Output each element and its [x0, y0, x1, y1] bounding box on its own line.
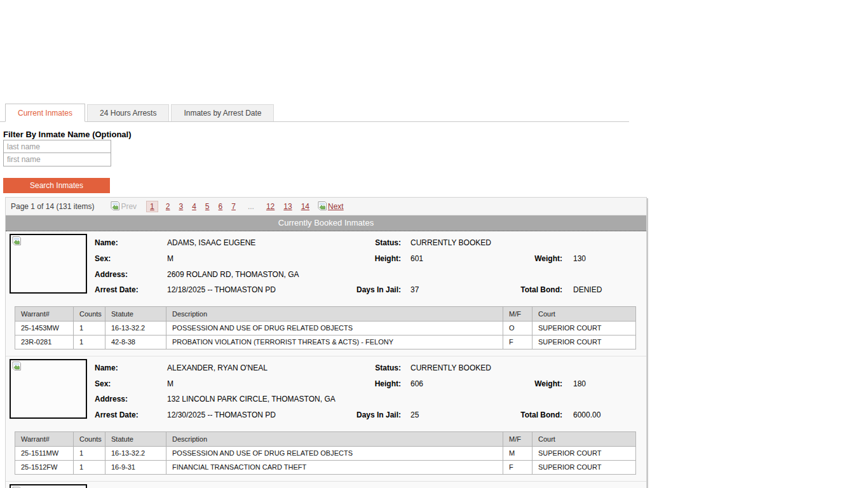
broken-image-icon — [318, 201, 327, 211]
pager-summary: Page 1 of 14 (131 items) — [11, 202, 94, 211]
warrant-counts: 1 — [74, 335, 105, 349]
warrant-counts: 1 — [74, 321, 105, 335]
address-label: Address: — [95, 395, 167, 403]
statute-col-header: Statute — [105, 306, 166, 321]
warrants-table: Warrant# Counts Statute Description M/F … — [15, 306, 636, 349]
arrest-date-value: 12/18/2025 -- THOMASTON PD — [167, 285, 349, 294]
height-value: 606 — [410, 379, 512, 388]
tab-current-inmates[interactable]: Current Inmates — [5, 104, 85, 122]
warrants-header-row: Warrant# Counts Statute Description M/F … — [15, 306, 636, 321]
warrant-col-header: Warrant# — [15, 306, 74, 321]
sex-label: Sex: — [95, 254, 167, 263]
inmate-summary: Name: ALEXANDER, RYAN O'NEAL Status: CUR… — [6, 356, 646, 423]
list-header: Currently Booked Inmates — [6, 215, 646, 231]
days-in-jail-value: 37 — [410, 285, 512, 294]
description-col-header: Description — [166, 306, 503, 321]
warrant-row: 23R-0281 1 42-8-38 PROBATION VIOLATION (… — [15, 335, 636, 349]
warrant-description: PROBATION VIOLATION (TERRORIST THREATS &… — [166, 335, 503, 349]
pager-page-6[interactable]: 6 — [219, 202, 223, 211]
status-value: CURRENTLY BOOKED — [410, 363, 646, 372]
total-bond-value: 6000.00 — [573, 410, 646, 419]
inmate-photo — [10, 484, 87, 488]
counts-col-header: Counts — [74, 306, 105, 321]
warrant-statute: 16-9-31 — [105, 460, 166, 474]
pager-page-1[interactable]: 1 — [146, 201, 158, 212]
warrant-court: SUPERIOR COURT — [532, 335, 636, 349]
warrant-number: 25-1512FW — [15, 460, 74, 474]
warrant-row: 25-1512FW 1 16-9-31 FINANCIAL TRANSACTIO… — [15, 460, 636, 474]
address-value: 132 LINCOLN PARK CIRCLE, THOMASTON, GA — [167, 395, 646, 403]
pager-page-13[interactable]: 13 — [283, 202, 292, 211]
pager-next-button[interactable]: Next — [318, 201, 344, 211]
arrest-date-label: Arrest Date: — [95, 410, 167, 419]
search-inmates-button[interactable]: Search Inmates — [3, 178, 110, 193]
pager-page-7[interactable]: 7 — [231, 202, 236, 211]
broken-image-icon — [111, 201, 120, 211]
inmate-summary: Name: ADAMS, ISAAC EUGENE Status: CURREN… — [6, 231, 646, 298]
warrant-col-header: Warrant# — [15, 431, 74, 446]
warrants-table: Warrant# Counts Statute Description M/F … — [15, 431, 636, 475]
pager-page-2[interactable]: 2 — [166, 202, 170, 211]
inmate-photo — [10, 234, 87, 294]
warrant-mf: M — [503, 446, 532, 460]
warrants-header-row: Warrant# Counts Statute Description M/F … — [15, 431, 636, 446]
name-value: ADAMS, ISAAC EUGENE — [167, 238, 349, 247]
days-in-jail-label: Days In Jail: — [349, 410, 410, 419]
pager-prev-label: Prev — [121, 202, 137, 211]
warrant-mf: F — [503, 460, 532, 474]
warrant-statute: 42-8-38 — [105, 335, 166, 349]
pager-page-5[interactable]: 5 — [205, 202, 210, 211]
pager-page-3[interactable]: 3 — [179, 202, 183, 211]
weight-value: 180 — [573, 379, 646, 388]
inmate-summary: Name: ALJETS, NICHOLAS DEAN Status: CURR… — [6, 482, 646, 488]
broken-image-icon — [12, 236, 22, 246]
sex-value: M — [167, 379, 349, 388]
tab-inmates-by-arrest-date[interactable]: Inmates by Arrest Date — [171, 104, 274, 121]
total-bond-label: Total Bond: — [512, 410, 573, 419]
description-col-header: Description — [166, 431, 503, 446]
pager-ellipsis: ... — [248, 202, 254, 211]
pager-prev-button[interactable]: Prev — [111, 201, 137, 211]
arrest-date-label: Arrest Date: — [95, 285, 167, 294]
pager-links: Prev 1 2 3 4 5 6 7 ... 12 13 14 Next — [111, 201, 343, 212]
inmates-panel: Page 1 of 14 (131 items) Prev 1 2 3 4 5 … — [5, 197, 647, 488]
inmate-record: Name: ADAMS, ISAAC EUGENE Status: CURREN… — [6, 231, 646, 356]
last-name-input[interactable] — [3, 140, 111, 153]
days-in-jail-label: Days In Jail: — [349, 285, 410, 294]
warrant-counts: 1 — [74, 460, 105, 474]
sex-label: Sex: — [95, 379, 167, 388]
warrant-number: 25-1511MW — [15, 446, 74, 460]
status-label: Status: — [349, 363, 410, 372]
broken-image-icon — [12, 362, 22, 371]
status-value: CURRENTLY BOOKED — [410, 238, 646, 247]
address-value: 2609 ROLAND RD, THOMASTON, GA — [167, 270, 646, 279]
warrant-description: POSSESSION AND USE OF DRUG RELATED OBJEC… — [166, 321, 503, 335]
status-label: Status: — [349, 238, 410, 247]
inmate-record: Name: ALJETS, NICHOLAS DEAN Status: CURR… — [6, 481, 646, 488]
pager-page-14[interactable]: 14 — [301, 202, 309, 211]
warrant-description: FINANCIAL TRANSACTION CARD THEFT — [166, 460, 503, 474]
tab-24-hours-arrests[interactable]: 24 Hours Arrests — [87, 104, 169, 121]
address-label: Address: — [95, 270, 167, 279]
court-col-header: Court — [532, 431, 636, 446]
filter-heading: Filter By Inmate Name (Optional) — [3, 130, 132, 139]
total-bond-value: DENIED — [573, 285, 646, 294]
first-name-input[interactable] — [3, 153, 111, 166]
name-label: Name: — [95, 363, 167, 372]
height-label: Height: — [349, 379, 410, 388]
height-label: Height: — [349, 254, 410, 263]
warrant-mf: F — [503, 335, 532, 349]
warrant-number: 25-1453MW — [15, 321, 74, 335]
weight-label: Weight: — [512, 254, 573, 263]
warrant-description: POSSESSION AND USE OF DRUG RELATED OBJEC… — [166, 446, 503, 460]
warrant-row: 25-1453MW 1 16-13-32.2 POSSESSION AND US… — [15, 321, 636, 335]
name-label: Name: — [95, 238, 167, 247]
pager-page-12[interactable]: 12 — [266, 202, 275, 211]
tab-strip: Current Inmates 24 Hours Arrests Inmates… — [0, 104, 629, 122]
pager-next-label: Next — [328, 202, 344, 211]
statute-col-header: Statute — [105, 431, 166, 446]
sex-value: M — [167, 254, 349, 263]
pager-page-4[interactable]: 4 — [192, 202, 196, 211]
counts-col-header: Counts — [74, 431, 105, 446]
warrant-row: 25-1511MW 1 16-13-32.2 POSSESSION AND US… — [15, 446, 636, 460]
